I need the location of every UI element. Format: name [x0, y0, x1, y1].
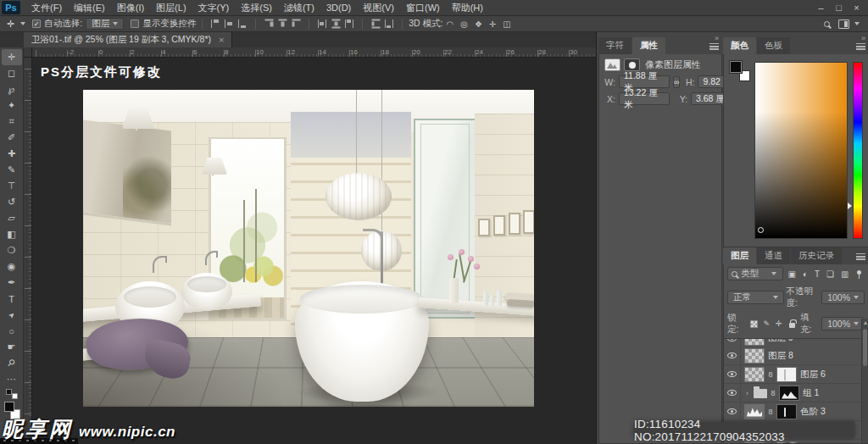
tab-character[interactable]: 字符: [598, 37, 632, 54]
visibility-toggle[interactable]: [724, 347, 741, 364]
color-cursor[interactable]: [758, 227, 764, 233]
menu-window[interactable]: 窗口(W): [400, 0, 446, 15]
tab-channels[interactable]: 通道: [757, 247, 790, 264]
shape-tool[interactable]: ○: [2, 323, 22, 339]
menu-file[interactable]: 文件(F): [25, 0, 68, 15]
panel-menu-icon[interactable]: [856, 43, 865, 50]
panel-menu-icon[interactable]: [709, 43, 719, 50]
close-button[interactable]: ×: [848, 1, 865, 15]
lock-transparency-icon[interactable]: [750, 320, 757, 328]
panel-menu-icon[interactable]: [856, 253, 865, 260]
fill-dropdown[interactable]: 100%: [821, 317, 865, 330]
lock-all-icon[interactable]: [789, 323, 795, 328]
tab-swatches[interactable]: 色板: [757, 37, 790, 54]
3d-pan-icon[interactable]: ❖: [475, 19, 482, 29]
workspace-switcher-icon[interactable]: [838, 19, 849, 29]
distribute-left-icon[interactable]: [371, 19, 380, 29]
document-tab[interactable]: 卫浴01-.tif @ 25% (图层 19 副本 3, CMYK/8*) ×: [24, 32, 232, 47]
filter-shape-icon[interactable]: ❏: [826, 269, 834, 279]
menu-select[interactable]: 选择(S): [235, 0, 278, 15]
layer-thumbnail[interactable]: [744, 367, 765, 382]
hand-tool[interactable]: ☛: [2, 339, 22, 355]
align-right-icon[interactable]: [292, 19, 300, 29]
blend-mode-dropdown[interactable]: 正常: [727, 291, 784, 304]
color-fg-bg-swatches[interactable]: [730, 61, 750, 81]
tab-close-icon[interactable]: ×: [219, 35, 224, 45]
filter-pin-icon[interactable]: [857, 270, 861, 275]
mask-link-icon[interactable]: 8: [768, 408, 773, 416]
pen-tool[interactable]: ✒: [2, 275, 22, 291]
crop-tool[interactable]: ⌗: [2, 114, 22, 130]
3d-orbit-icon[interactable]: ◠: [446, 19, 453, 29]
tab-history[interactable]: 历史记录: [791, 247, 842, 264]
layer-mask-thumbnail[interactable]: [776, 367, 797, 382]
auto-select-checkbox[interactable]: ✓: [32, 19, 41, 28]
x-field[interactable]: 13.22 厘米: [619, 92, 670, 105]
default-colors-icon[interactable]: [6, 389, 18, 399]
menu-filter[interactable]: 滤镜(T): [278, 0, 320, 15]
tab-color[interactable]: 颜色: [723, 37, 756, 54]
tab-layers[interactable]: 图层: [723, 247, 756, 264]
path-select-tool[interactable]: ➤: [2, 307, 22, 323]
3d-slide-icon[interactable]: ✛: [489, 19, 496, 29]
canvas-area[interactable]: -2 0 2 4 6 8 10 12 14 16 18 20 22 24 26 …: [24, 47, 596, 444]
hue-slider[interactable]: [853, 62, 863, 239]
layers-scrollbar[interactable]: ▲: [861, 319, 868, 443]
auto-select-dropdown[interactable]: 图层: [86, 18, 124, 30]
align-top-icon[interactable]: [211, 19, 220, 28]
lock-position-icon[interactable]: ✛: [776, 319, 782, 328]
mask-link-icon[interactable]: 8: [768, 370, 773, 379]
filter-adjustment-icon[interactable]: ◐: [803, 269, 808, 279]
mask-icon[interactable]: [624, 58, 640, 71]
dodge-tool[interactable]: ◉: [2, 258, 22, 275]
lasso-tool[interactable]: ℘: [2, 81, 22, 97]
gradient-tool[interactable]: ◧: [2, 226, 22, 242]
eyedropper-tool[interactable]: ✐: [2, 130, 22, 146]
layer-row[interactable]: 图层 8: [724, 347, 868, 365]
blur-tool[interactable]: ❍: [2, 242, 22, 258]
distribute-middle-icon[interactable]: [331, 19, 340, 29]
eraser-tool[interactable]: ▱: [2, 210, 22, 226]
scroll-up-icon[interactable]: ▲: [862, 319, 868, 325]
align-middle-icon[interactable]: [225, 19, 234, 28]
filter-type-icon[interactable]: T: [815, 269, 820, 279]
layer-thumbnail[interactable]: [744, 339, 765, 346]
layer-row-clipped[interactable]: 图层 9: [724, 339, 868, 347]
zoom-tool[interactable]: ⚲: [2, 355, 22, 371]
foreground-color-swatch[interactable]: [730, 61, 742, 73]
visibility-toggle[interactable]: [724, 339, 741, 347]
quick-select-tool[interactable]: ✦: [2, 97, 22, 114]
tab-properties[interactable]: 属性: [632, 37, 665, 54]
menu-3d[interactable]: 3D(D): [320, 0, 357, 15]
search-icon[interactable]: [824, 21, 830, 27]
vertical-ruler[interactable]: [24, 58, 32, 444]
filter-smart-object-icon[interactable]: ▥: [841, 269, 849, 279]
3d-roll-icon[interactable]: ◎: [460, 19, 468, 29]
pixel-layer-icon[interactable]: [604, 58, 620, 71]
menu-help[interactable]: 帮助(H): [446, 0, 489, 15]
minimize-button[interactable]: –: [812, 1, 830, 15]
layer-filter-dropdown[interactable]: 类型: [727, 267, 783, 280]
mask-link-icon[interactable]: 8: [771, 389, 776, 397]
history-brush-tool[interactable]: ↺: [2, 194, 22, 210]
menu-view[interactable]: 视图(V): [357, 0, 400, 15]
distribute-right-icon[interactable]: [385, 19, 394, 28]
align-center-icon[interactable]: [278, 19, 287, 29]
layer-row[interactable]: 8 图层 6: [724, 365, 868, 384]
menu-type[interactable]: 文字(Y): [192, 0, 236, 15]
lock-pixels-icon[interactable]: ✎: [764, 319, 771, 328]
menu-edit[interactable]: 编辑(E): [68, 0, 111, 15]
layer-row[interactable]: › 8 组 1: [724, 384, 868, 402]
3d-scale-icon[interactable]: ◫: [503, 19, 510, 29]
group-disclosure-icon[interactable]: ›: [744, 389, 750, 397]
horizontal-ruler[interactable]: -2 0 2 4 6 8 10 12 14 16 18 20 22 24 26 …: [32, 47, 596, 58]
brush-tool[interactable]: ✎: [2, 162, 22, 178]
align-left-icon[interactable]: [264, 19, 273, 29]
distribute-top-icon[interactable]: [318, 19, 327, 28]
maximize-button[interactable]: □: [830, 1, 848, 15]
workspace-chevron-icon[interactable]: [854, 22, 860, 25]
edit-toolbar-button[interactable]: ⋯: [2, 371, 22, 387]
move-tool[interactable]: ✛: [2, 49, 22, 65]
layer-thumbnail[interactable]: [744, 348, 765, 364]
hue-slider-arrow[interactable]: [848, 203, 852, 209]
